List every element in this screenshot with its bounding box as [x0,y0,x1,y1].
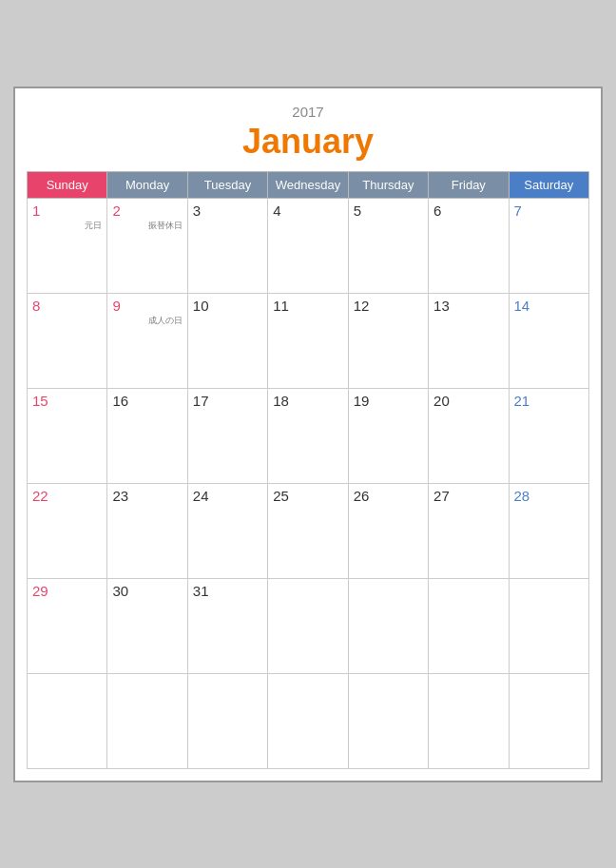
day-number: 1 [32,203,102,219]
weekday-header-saturday: Saturday [509,171,588,198]
day-number: 19 [354,393,423,409]
calendar-cell: 30 [107,578,187,673]
calendar-cell: 29 [28,578,107,673]
calendar-cell [268,578,348,673]
calendar-cell: 25 [268,483,348,578]
day-number: 9 [112,298,182,314]
calendar-cell: 8 [28,293,107,388]
calendar-cell: 13 [429,293,509,388]
day-number: 24 [193,488,262,504]
day-number: 13 [433,298,503,314]
calendar-cell: 22 [28,483,107,578]
calendar-cell: 2振替休日 [107,198,187,293]
calendar-week-row [28,673,589,768]
day-number: 6 [433,203,503,219]
day-number: 5 [354,203,423,219]
day-number: 23 [112,488,182,504]
calendar-cell: 14 [509,293,588,388]
day-number: 21 [514,393,584,409]
calendar-year: 2017 [27,104,589,120]
calendar-cell: 11 [268,293,348,388]
day-number: 28 [514,488,584,504]
day-number: 20 [433,393,503,409]
calendar-cell: 26 [348,483,428,578]
calendar-cell [429,578,509,673]
calendar-cell: 15 [28,388,107,483]
calendar-cell: 19 [348,388,428,483]
weekday-header-tuesday: Tuesday [187,171,267,198]
day-number: 17 [193,393,262,409]
holiday-label: 元日 [32,220,102,232]
calendar-cell [509,673,588,768]
weekday-header-friday: Friday [429,171,509,198]
day-number: 27 [433,488,503,504]
holiday-label: 成人の日 [112,315,182,327]
calendar-cell: 18 [268,388,348,483]
calendar-week-row: 293031 [28,578,589,673]
calendar-month: January [27,122,589,162]
calendar-cell: 12 [348,293,428,388]
day-number: 3 [193,203,262,219]
calendar-cell [348,578,428,673]
day-number: 30 [112,583,182,599]
calendar-cell: 27 [429,483,509,578]
day-number: 14 [514,298,584,314]
day-number: 11 [273,298,342,314]
calendar-cell [429,673,509,768]
calendar-cell [509,578,588,673]
calendar-cell: 31 [187,578,267,673]
calendar-cell [348,673,428,768]
day-number: 18 [273,393,342,409]
day-number: 26 [354,488,423,504]
calendar-week-row: 22232425262728 [28,483,589,578]
weekday-header-wednesday: Wednesday [268,171,348,198]
calendar-cell: 1元日 [28,198,107,293]
day-number: 4 [273,203,342,219]
calendar-cell [28,673,107,768]
calendar-cell: 28 [509,483,588,578]
calendar-cell: 5 [348,198,428,293]
calendar-cell: 24 [187,483,267,578]
weekday-header-thursday: Thursday [348,171,428,198]
day-number: 22 [32,488,102,504]
calendar-week-row: 15161718192021 [28,388,589,483]
weekday-header-sunday: Sunday [28,171,107,198]
calendar-cell [107,673,187,768]
calendar-container: 2017 January SundayMondayTuesdayWednesda… [13,87,603,782]
calendar-cell [268,673,348,768]
calendar-cell: 21 [509,388,588,483]
day-number: 29 [32,583,102,599]
holiday-label: 振替休日 [112,220,182,232]
calendar-cell: 17 [187,388,267,483]
calendar-cell: 4 [268,198,348,293]
calendar-cell: 6 [429,198,509,293]
day-number: 8 [32,298,102,314]
weekday-header-row: SundayMondayTuesdayWednesdayThursdayFrid… [28,171,589,198]
calendar-cell: 10 [187,293,267,388]
calendar-cell: 20 [429,388,509,483]
calendar-week-row: 1元日2振替休日34567 [28,198,589,293]
calendar-cell: 9成人の日 [107,293,187,388]
calendar-cell: 7 [509,198,588,293]
day-number: 16 [112,393,182,409]
calendar-cell: 3 [187,198,267,293]
day-number: 10 [193,298,262,314]
calendar-cell: 23 [107,483,187,578]
calendar-cell [187,673,267,768]
calendar-week-row: 89成人の日1011121314 [28,293,589,388]
day-number: 15 [32,393,102,409]
day-number: 2 [112,203,182,219]
day-number: 25 [273,488,342,504]
day-number: 7 [514,203,584,219]
weekday-header-monday: Monday [107,171,187,198]
calendar-table: SundayMondayTuesdayWednesdayThursdayFrid… [27,171,589,769]
day-number: 12 [354,298,423,314]
calendar-cell: 16 [107,388,187,483]
day-number: 31 [193,583,262,599]
